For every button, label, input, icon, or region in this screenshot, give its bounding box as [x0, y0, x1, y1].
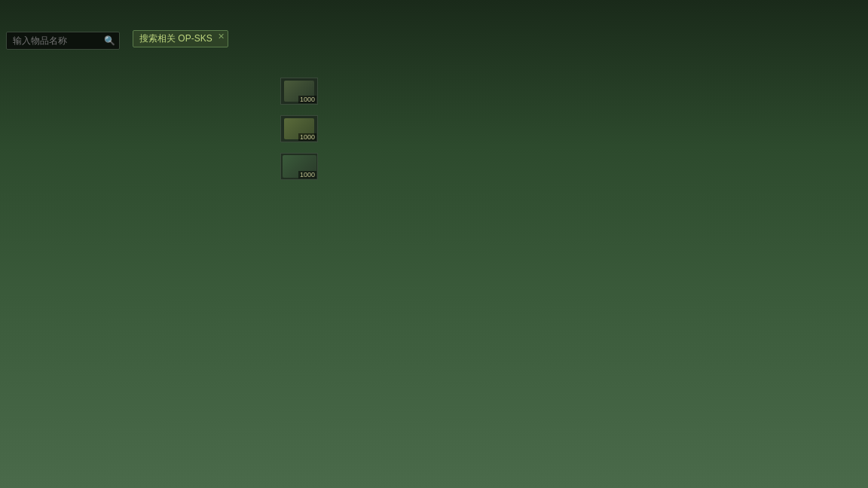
main-container: 🔍 浏览 愿望单 我的报价 0/5 ⚙ 商人 跳蚤市场 拍卖 🟡 0.20 🪙 …	[0, 0, 868, 488]
search-tag-label: 搜索相关 OP-SKS	[139, 32, 212, 45]
row2-stack: 1000	[298, 133, 316, 141]
search-input[interactable]	[6, 32, 120, 50]
tag-close-button[interactable]: ✕	[218, 32, 225, 41]
row3-stack: 1000	[298, 171, 316, 178]
search-wrap: 🔍	[6, 32, 120, 50]
row3-item-image: 1000	[280, 153, 318, 180]
background	[0, 0, 868, 488]
search-tag: 搜索相关 OP-SKS ✕	[133, 30, 228, 47]
search-icon: 🔍	[104, 35, 115, 46]
row2-item-image: 1000	[280, 115, 318, 142]
row1-item-image: 1000	[280, 78, 318, 105]
row1-stack: 1000	[298, 96, 316, 103]
